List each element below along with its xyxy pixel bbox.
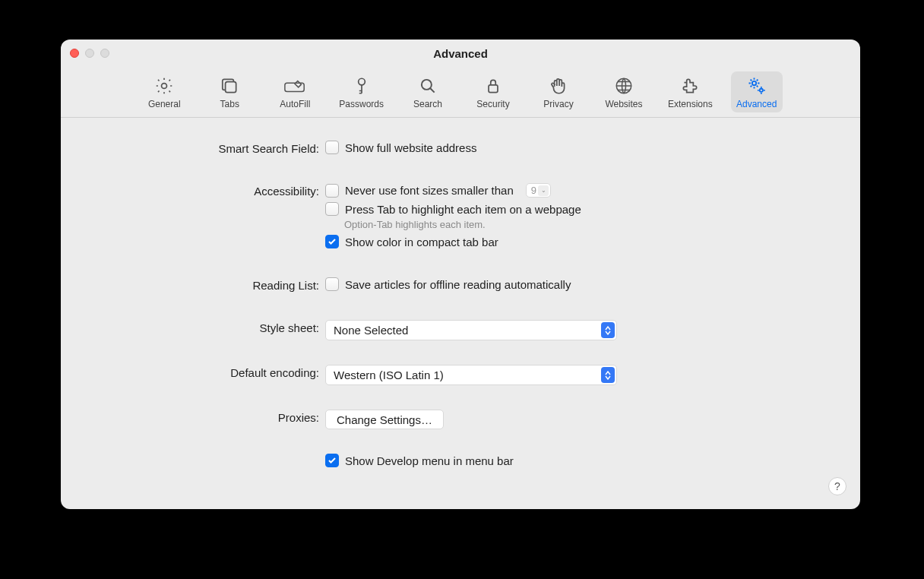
svg-rect-1 [226, 82, 236, 93]
svg-point-0 [162, 84, 167, 89]
save-offline-label: Save articles for offline reading automa… [345, 278, 571, 291]
tab-label: Tabs [220, 99, 239, 109]
tab-autofill[interactable]: AutoFill [269, 71, 321, 112]
chevron-down-icon: ⌄ [538, 185, 549, 196]
svg-point-3 [358, 78, 365, 85]
close-button[interactable] [70, 49, 79, 58]
press-tab-label: Press Tab to highlight each item on a we… [345, 203, 581, 216]
tab-label: AutoFill [280, 99, 310, 109]
tab-security[interactable]: Security [467, 71, 519, 112]
preferences-toolbar: General Tabs AutoFill Passwords [61, 67, 860, 118]
svg-point-8 [759, 89, 762, 92]
smart-search-label: Smart Search Field: [91, 141, 325, 155]
min-font-label: Never use font sizes smaller than [345, 184, 514, 197]
min-font-size-value: 9 [531, 185, 536, 196]
titlebar: Advanced [61, 40, 860, 67]
tab-label: Passwords [339, 99, 384, 109]
puzzle-icon [679, 74, 701, 97]
tab-label: Privacy [543, 99, 573, 109]
svg-rect-5 [489, 85, 498, 93]
tab-label: Security [476, 99, 509, 109]
min-font-size-select[interactable]: 9 ⌄ [526, 183, 551, 198]
show-develop-checkbox[interactable] [325, 454, 339, 467]
tabs-icon [218, 74, 241, 97]
traffic-lights [70, 49, 109, 58]
gear-icon [153, 74, 176, 97]
zoom-button[interactable] [100, 49, 109, 58]
style-sheet-select[interactable]: None Selected [325, 320, 617, 340]
encoding-select[interactable]: Western (ISO Latin 1) [325, 365, 617, 385]
press-tab-checkbox[interactable] [325, 202, 339, 216]
min-font-checkbox[interactable] [325, 184, 339, 198]
proxies-label: Proxies: [91, 410, 325, 424]
lock-icon [482, 74, 505, 97]
tab-label: Advanced [736, 99, 777, 109]
globe-icon [612, 74, 635, 97]
show-full-address-label: Show full website address [345, 141, 476, 154]
tab-label: Search [413, 99, 442, 109]
option-tab-hint: Option-Tab highlights each item. [344, 219, 830, 230]
svg-point-7 [752, 81, 756, 85]
encoding-label: Default encoding: [91, 365, 325, 379]
updown-icon [601, 367, 615, 383]
show-color-checkbox[interactable] [325, 235, 339, 248]
show-full-address-checkbox[interactable] [325, 141, 339, 154]
save-offline-checkbox[interactable] [325, 277, 339, 291]
tab-passwords[interactable]: Passwords [334, 71, 388, 112]
hand-icon [547, 74, 570, 97]
reading-list-label: Reading List: [91, 277, 325, 292]
style-sheet-label: Style sheet: [91, 320, 325, 334]
key-icon [350, 74, 373, 97]
tab-label: General [148, 99, 181, 109]
style-sheet-value: None Selected [334, 324, 408, 337]
tab-privacy[interactable]: Privacy [533, 71, 584, 112]
pencil-box-icon [283, 74, 306, 97]
tab-tabs[interactable]: Tabs [204, 71, 255, 112]
content-area: Smart Search Field: Show full website ad… [61, 118, 860, 502]
tab-search[interactable]: Search [402, 71, 454, 112]
show-color-label: Show color in compact tab bar [345, 236, 498, 248]
window-title: Advanced [61, 47, 860, 60]
preferences-window: Advanced General Tabs AutoFill [61, 40, 860, 509]
tab-extensions[interactable]: Extensions [663, 71, 717, 112]
gears-icon [745, 74, 768, 97]
svg-point-4 [422, 80, 432, 90]
help-button[interactable]: ? [828, 477, 846, 495]
tab-label: Websites [605, 99, 642, 109]
show-develop-label: Show Develop menu in menu bar [345, 454, 514, 467]
minimize-button[interactable] [85, 49, 94, 58]
tab-advanced[interactable]: Advanced [731, 71, 783, 112]
tab-websites[interactable]: Websites [598, 71, 650, 112]
updown-icon [601, 322, 615, 338]
accessibility-label: Accessibility: [91, 183, 325, 198]
magnifier-icon [416, 74, 439, 97]
tab-label: Extensions [668, 99, 713, 109]
tab-general[interactable]: General [138, 71, 190, 112]
encoding-value: Western (ISO Latin 1) [334, 369, 444, 381]
change-settings-button[interactable]: Change Settings… [325, 410, 444, 429]
